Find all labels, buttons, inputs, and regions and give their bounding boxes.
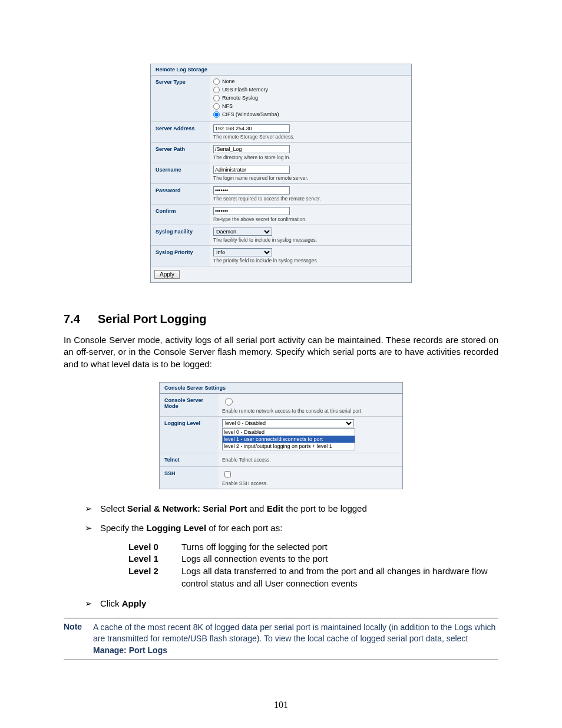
- radio-syslog[interactable]: Remote Syslog: [213, 94, 408, 101]
- instruction-list: Select Serial & Network: Serial Port and…: [64, 502, 498, 534]
- mode-label: Console Server Mode: [160, 394, 219, 416]
- server-path-label: Server Path: [151, 143, 210, 163]
- syslog-priority-select[interactable]: Info: [213, 248, 272, 256]
- syslog-priority-label: Syslog Priority: [151, 246, 210, 266]
- server-path-input[interactable]: [213, 145, 290, 153]
- console-server-settings-panel: Console Server Settings Console Server M…: [159, 382, 403, 489]
- logging-level-listbox[interactable]: level 0 - Disabled level 1 - user connec…: [222, 428, 355, 450]
- mode-help: Enable remote network access to the cons…: [222, 408, 399, 414]
- syslog-facility-select[interactable]: Daemon: [213, 228, 272, 236]
- bullet-1: Select Serial & Network: Serial Port and…: [64, 502, 498, 515]
- ssh-help: Enable SSH access.: [222, 480, 399, 486]
- ssh-label: SSH: [160, 467, 219, 489]
- radio-cifs[interactable]: CIFS (Windows/Samba): [213, 111, 408, 118]
- panel2-title: Console Server Settings: [160, 383, 402, 394]
- panel-title: Remote Log Storage: [151, 64, 411, 75]
- ssh-checkbox[interactable]: [224, 471, 231, 477]
- username-input[interactable]: [213, 166, 290, 174]
- bullet-2: Specify the Logging Level of for each po…: [64, 522, 498, 534]
- note-label: Note: [64, 622, 93, 657]
- logging-opt-2[interactable]: level 2 - input/output logging on ports …: [223, 443, 355, 450]
- password-input[interactable]: [213, 186, 290, 195]
- section-heading: 7.4Serial Port Logging: [64, 312, 498, 326]
- password-label: Password: [151, 184, 210, 204]
- password-help: The secret required to access the remote…: [213, 196, 408, 202]
- level-1-desc: Logs all connection events to the port: [181, 553, 498, 565]
- level-1-name: Level 1: [128, 553, 181, 565]
- section-title: Serial Port Logging: [98, 312, 206, 325]
- server-address-input[interactable]: [213, 124, 290, 133]
- logging-opt-0[interactable]: level 0 - Disabled: [223, 429, 355, 436]
- server-address-label: Server Address: [151, 122, 210, 142]
- level-0-name: Level 0: [128, 541, 181, 554]
- level-2-desc: Logs all data transferred to and from th…: [181, 565, 498, 589]
- section-number: 7.4: [64, 312, 98, 326]
- level-definitions: Level 0Turns off logging for the selecte…: [128, 541, 498, 590]
- telnet-label: Telnet: [160, 453, 219, 466]
- telnet-help: Enable Telnet access.: [222, 457, 399, 463]
- username-help: The login name required for remote serve…: [213, 175, 408, 181]
- syslog-facility-label: Syslog Facility: [151, 225, 210, 245]
- mode-radio[interactable]: [225, 398, 233, 406]
- confirm-help: Re-type the above secret for confirmatio…: [213, 216, 408, 222]
- logging-level-select[interactable]: level 0 - Disabled: [222, 419, 354, 427]
- username-label: Username: [151, 163, 210, 183]
- confirm-label: Confirm: [151, 205, 210, 225]
- note-box: Note A cache of the most recent 8K of lo…: [64, 618, 498, 661]
- level-0-desc: Turns off logging for the selected port: [181, 541, 498, 554]
- syslog-priority-help: The priority field to include in syslog …: [213, 258, 408, 263]
- apply-button[interactable]: Apply: [154, 270, 180, 279]
- bullet-3: Click Apply: [64, 597, 498, 610]
- intro-paragraph: In Console Server mode, activity logs of…: [64, 334, 498, 370]
- note-text: A cache of the most recent 8K of logged …: [93, 622, 498, 657]
- confirm-input[interactable]: [213, 207, 290, 215]
- remote-log-storage-panel: Remote Log Storage Server Type None USB …: [150, 64, 412, 283]
- page-number: 101: [0, 700, 562, 710]
- radio-usb[interactable]: USB Flash Memory: [213, 86, 408, 93]
- server-address-help: The remote Storage Server address.: [213, 134, 408, 140]
- radio-nfs[interactable]: NFS: [213, 103, 408, 110]
- server-type-label: Server Type: [151, 75, 210, 121]
- radio-none[interactable]: None: [213, 78, 408, 85]
- logging-level-label: Logging Level: [160, 417, 219, 453]
- syslog-facility-help: The facility field to include in syslog …: [213, 237, 408, 243]
- logging-opt-1[interactable]: level 1 - user connects/disconnects to p…: [223, 436, 355, 443]
- server-path-help: The directory where to store log in.: [213, 154, 408, 160]
- instruction-list-2: Click Apply: [64, 597, 498, 610]
- level-2-name: Level 2: [128, 565, 181, 589]
